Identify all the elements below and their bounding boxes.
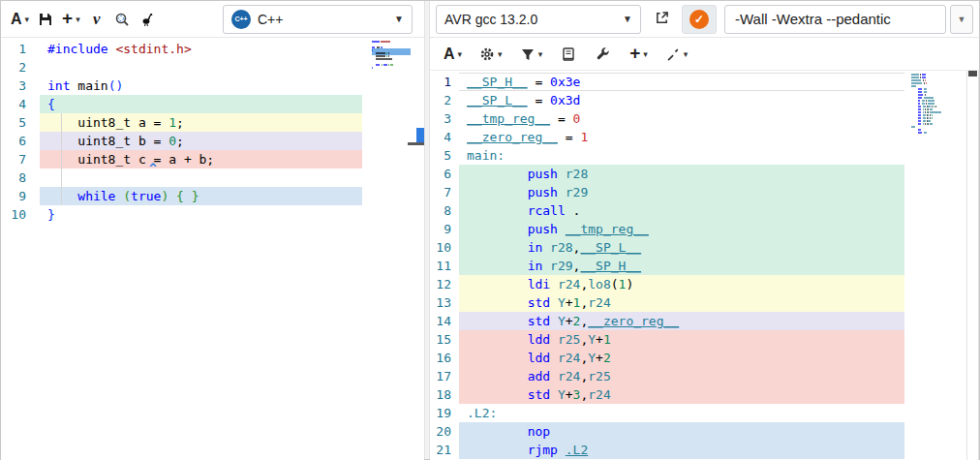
output-button[interactable] bbox=[556, 41, 581, 68]
mascot-button[interactable] bbox=[135, 6, 160, 33]
compiler-pane-header: AVR gcc 13.2.0 ▼ ✓ ▼ bbox=[430, 1, 979, 38]
code-line[interactable]: 19.L2: bbox=[430, 404, 979, 422]
add-pane-button[interactable]: +▾ bbox=[626, 41, 652, 68]
code-text bbox=[40, 169, 362, 187]
code-line[interactable]: 5 uint8_t a = 1; bbox=[1, 113, 424, 132]
code-line[interactable]: 9 while (true) { } bbox=[1, 187, 424, 205]
external-link-icon bbox=[655, 11, 669, 28]
code-line[interactable]: 10} bbox=[1, 205, 424, 224]
code-text: std Y+2,__zero_reg__ bbox=[459, 312, 904, 330]
overview-ruler-bar bbox=[408, 142, 424, 145]
left-minimap[interactable] bbox=[372, 41, 409, 70]
chevron-down-icon: ▾ bbox=[538, 49, 543, 59]
code-line[interactable]: 2 bbox=[1, 58, 424, 77]
code-line[interactable]: 11 in r29,__SP_H__ bbox=[430, 257, 979, 275]
code-line[interactable]: 3int main() bbox=[1, 77, 424, 95]
filter-button[interactable]: ▾ bbox=[516, 41, 547, 68]
code-text: uint8_t a = 1; bbox=[40, 113, 362, 132]
line-number: 8 bbox=[430, 201, 459, 220]
code-text bbox=[40, 58, 362, 77]
code-text: std Y+1,r24 bbox=[459, 293, 904, 312]
code-line[interactable]: 1__SP_H__ = 0x3e bbox=[430, 73, 979, 91]
code-text: ldd r25,Y+1 bbox=[459, 330, 904, 349]
line-number: 12 bbox=[430, 275, 459, 293]
font-size-button[interactable]: A▾ bbox=[7, 6, 33, 33]
line-number: 1 bbox=[430, 73, 459, 91]
line-number: 2 bbox=[1, 58, 40, 77]
settings-button[interactable]: ▾ bbox=[475, 41, 506, 68]
code-line[interactable]: 21 rjmp .L2 bbox=[430, 441, 979, 459]
right-minimap[interactable] bbox=[911, 74, 942, 135]
code-line[interactable]: 4{ bbox=[1, 95, 424, 113]
code-line[interactable]: 14 std Y+2,__zero_reg__ bbox=[430, 312, 979, 330]
line-number: 5 bbox=[1, 113, 40, 132]
overview-ruler-cursor bbox=[416, 128, 424, 142]
compile-status-button[interactable]: ✓ bbox=[682, 5, 717, 34]
source-toolbar-buttons: A▾+▾v bbox=[7, 6, 160, 33]
tools-button[interactable]: ▾ bbox=[661, 41, 692, 68]
source-pane-toolbar: A▾+▾v C++ C++ ▼ bbox=[1, 1, 424, 38]
source-code-editor: 1#include <stdint.h>23int main()4{5 uint… bbox=[1, 38, 424, 460]
code-line[interactable]: 6 uint8_t b = 0; bbox=[1, 132, 424, 150]
line-number: 4 bbox=[1, 95, 40, 113]
code-line[interactable]: 12 ldi r24,lo8(1) bbox=[430, 275, 979, 293]
line-number: 7 bbox=[1, 150, 40, 169]
code-line[interactable]: 18 std Y+3,r24 bbox=[430, 385, 979, 404]
code-line[interactable]: 7 push r29 bbox=[430, 183, 979, 201]
search-button[interactable] bbox=[109, 6, 135, 33]
code-line[interactable]: 15 ldd r25,Y+1 bbox=[430, 330, 979, 349]
code-line[interactable]: 8 bbox=[1, 169, 424, 187]
language-select[interactable]: C++ C++ ▼ bbox=[223, 5, 413, 34]
code-line[interactable]: 10 in r28,__SP_L__ bbox=[430, 238, 979, 257]
code-line[interactable]: 20 nop bbox=[430, 422, 979, 441]
code-line[interactable]: 2__SP_L__ = 0x3d bbox=[430, 91, 979, 109]
code-line[interactable]: 4__zero_reg__ = 1 bbox=[430, 128, 979, 146]
code-text: ldd r24,Y+2 bbox=[459, 349, 904, 367]
code-text: uint8_t c = a + b; bbox=[40, 150, 362, 169]
line-number: 16 bbox=[430, 349, 459, 367]
screwdriver-icon bbox=[665, 46, 681, 62]
vim-icon: v bbox=[93, 11, 101, 27]
code-text: add r24,r25 bbox=[459, 367, 904, 385]
line-number: 13 bbox=[430, 293, 459, 312]
line-number: 3 bbox=[430, 109, 459, 128]
line-number: 11 bbox=[430, 257, 459, 275]
source-code-lines: 1#include <stdint.h>23int main()4{5 uint… bbox=[1, 40, 424, 224]
code-line[interactable]: 9 push __tmp_reg__ bbox=[430, 220, 979, 238]
code-line[interactable]: 1#include <stdint.h> bbox=[1, 40, 424, 58]
code-line[interactable]: 17 add r24,r25 bbox=[430, 367, 979, 385]
code-text: } bbox=[40, 205, 362, 224]
compiler-select[interactable]: AVR gcc 13.2.0 ▼ bbox=[436, 5, 641, 34]
font-size-button[interactable]: A▾ bbox=[440, 41, 466, 68]
libraries-button[interactable] bbox=[591, 41, 616, 68]
code-text: { bbox=[40, 95, 362, 113]
cpp-logo-icon: C++ bbox=[231, 10, 251, 29]
code-line[interactable]: 13 std Y+1,r24 bbox=[430, 293, 979, 312]
line-number: 21 bbox=[430, 441, 459, 459]
save-button[interactable] bbox=[33, 6, 58, 33]
code-line[interactable]: 7 uint8_t c = a + b; bbox=[1, 150, 424, 169]
code-text: rcall . bbox=[459, 201, 904, 220]
options-dropdown-button[interactable]: ▼ bbox=[950, 5, 973, 34]
code-line[interactable]: 16 ldd r24,Y+2 bbox=[430, 349, 979, 367]
vim-toggle-button[interactable]: v bbox=[84, 6, 109, 33]
funnel-icon bbox=[520, 46, 536, 62]
compiler-options-input[interactable] bbox=[724, 5, 946, 34]
code-text: int main() bbox=[40, 77, 362, 95]
scrollbar-slider[interactable] bbox=[968, 71, 977, 77]
code-line[interactable]: 8 rcall . bbox=[430, 201, 979, 220]
chevron-down-icon: ▾ bbox=[498, 49, 503, 59]
line-number: 5 bbox=[430, 146, 459, 165]
code-line[interactable]: 5main: bbox=[430, 146, 979, 165]
code-line[interactable]: 6 push r28 bbox=[430, 165, 979, 183]
add-pane-button[interactable]: +▾ bbox=[58, 6, 84, 33]
open-new-window-button[interactable] bbox=[647, 5, 676, 34]
line-number: 9 bbox=[430, 220, 459, 238]
code-line[interactable]: 3__tmp_reg__ = 0 bbox=[430, 109, 979, 128]
line-number: 20 bbox=[430, 422, 459, 441]
code-text: in r28,__SP_L__ bbox=[459, 238, 904, 257]
code-text: push r29 bbox=[459, 183, 904, 201]
code-text: main: bbox=[459, 146, 904, 165]
line-number: 2 bbox=[430, 91, 459, 109]
vertical-scrollbar[interactable] bbox=[966, 71, 979, 460]
